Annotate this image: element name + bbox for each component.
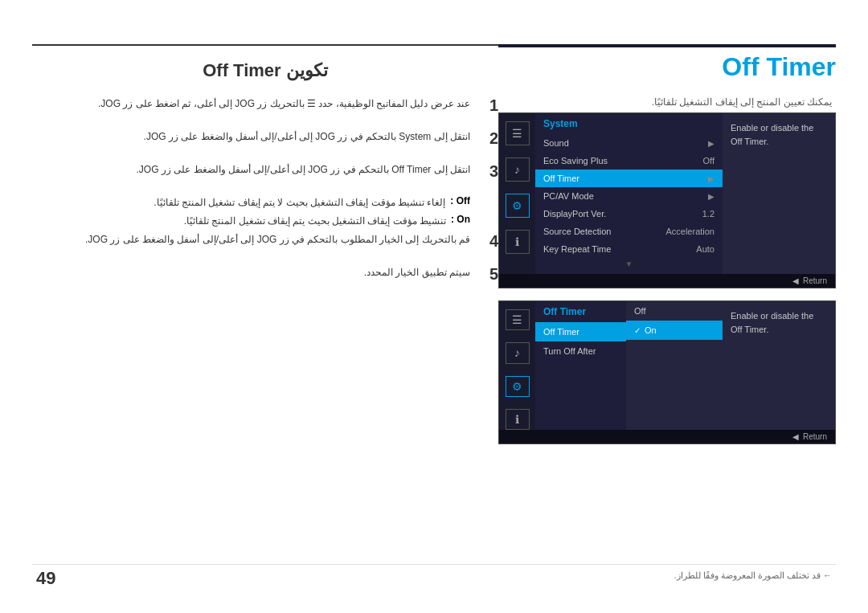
step-2-number: 2	[478, 129, 498, 148]
option-off-label: Off	[634, 306, 645, 316]
sidebar-icon-info: ℹ	[506, 230, 530, 254]
screen-1-return-arrow: ◀	[792, 276, 799, 285]
left-panel-title: تكوين Off Timer	[32, 60, 498, 81]
step-1-text: عند عرض دليل المفاتيح الوظيفية، حدد ☰ با…	[98, 96, 470, 111]
right-panel-subtitle: يمكنك تعيين المنتج إلى إيقاف التشغيل تلق…	[652, 96, 832, 108]
screen-2-icon-sound: ♪	[506, 342, 530, 363]
menu-item-keyrepeat-value: Auto	[696, 244, 714, 254]
screen-1-content: System Sound ▶ Eco Saving Plus Off Off T…	[535, 113, 723, 274]
screen-2-options: Off ✓ On	[626, 301, 723, 430]
sub-step-off: Off : إلغاء تنشيط مؤقت إيقاف التشغيل بحي…	[32, 195, 470, 210]
option-on-label: On	[645, 325, 657, 335]
off-timer-title: Off Timer	[498, 52, 836, 82]
sub-step-off-bullet: Off :	[450, 195, 470, 206]
menu-item-offtimer[interactable]: Off Timer ▶	[535, 170, 723, 187]
sub-step-on-text: تنشيط مؤقت إيقاف التشغيل بحيث يتم إيقاف …	[184, 214, 446, 228]
step-3-number: 3	[478, 162, 498, 181]
screen-2-return-bar: ◀ Return	[499, 430, 835, 443]
top-border-right	[498, 44, 836, 47]
sub-step-on: On : تنشيط مؤقت إيقاف التشغيل بحيث يتم إ…	[32, 214, 470, 228]
menu-item-eco[interactable]: Eco Saving Plus Off	[535, 152, 723, 170]
screen-2: ☰ ♪ ⚙ ℹ Off Timer Off Timer Turn Off Aft…	[498, 300, 836, 444]
menu-item-pcav-arrow: ▶	[708, 192, 714, 201]
screen-2-header: Off Timer	[535, 301, 626, 322]
screen-2-icon-settings: ⚙	[506, 376, 530, 397]
step-2: 2 انتقل إلى System بالتحكم في زر JOG إلى…	[32, 129, 498, 148]
menu-item-sound-arrow: ▶	[708, 139, 714, 148]
screen-2-submenu: Off Timer Off Timer Turn Off After	[535, 301, 626, 430]
menu-item-offtimer-label: Off Timer	[543, 174, 579, 183]
step-3: 3 انتقل إلى Off Timer بالتحكم في زر JOG …	[32, 162, 498, 181]
screen-2-icon-info: ℹ	[506, 409, 530, 430]
submenu-item-offtimer-label: Off Timer	[543, 327, 579, 337]
step-5: 5 سيتم تطبيق الخيار المحدد.	[32, 265, 498, 284]
step-1-number: 1	[478, 96, 498, 115]
submenu-item-offtimer[interactable]: Off Timer	[535, 322, 626, 341]
sidebar-icon-sound: ♪	[506, 157, 530, 182]
screen-2-right-panel: Enable or disable the Off Timer.	[723, 301, 835, 430]
step-1: 1 عند عرض دليل المفاتيح الوظيفية، حدد ☰ …	[32, 96, 498, 115]
screen-1-description: Enable or disable the Off Timer.	[731, 123, 813, 146]
sidebar-icon-menu: ☰	[506, 121, 530, 145]
screen-1-sidebar: ☰ ♪ ⚙ ℹ	[499, 113, 535, 274]
checkmark-icon: ✓	[634, 326, 641, 335]
screen-2-description: Enable or disable the Off Timer.	[731, 311, 813, 334]
menu-item-eco-label: Eco Saving Plus	[543, 156, 608, 166]
menu-item-sound-label: Sound	[543, 138, 569, 148]
screen-2-icon-menu: ☰	[506, 309, 530, 330]
step-4-text: قم بالتحريك إلى الخيار المطلوب بالتحكم ف…	[85, 232, 470, 247]
menu-item-source-label: Source Detection	[543, 227, 611, 236]
page-number: 49	[36, 568, 55, 589]
left-title-text: تكوين Off Timer	[32, 60, 498, 81]
menu-item-displayport[interactable]: DisplayPort Ver. 1.2	[535, 205, 723, 223]
menu-item-displayport-label: DisplayPort Ver.	[543, 209, 606, 219]
option-on[interactable]: ✓ On	[626, 321, 723, 340]
sub-step-on-bullet: On :	[451, 214, 470, 225]
step-4: 4 قم بالتحريك إلى الخيار المطلوب بالتحكم…	[32, 232, 498, 251]
screen-1-return-bar: ◀ Return	[499, 274, 835, 288]
menu-item-pcav[interactable]: PC/AV Mode ▶	[535, 187, 723, 205]
menu-item-offtimer-arrow: ▶	[708, 174, 714, 183]
menu-item-source[interactable]: Source Detection Acceleration	[535, 223, 723, 240]
menu-item-keyrepeat[interactable]: Key Repeat Time Auto	[535, 240, 723, 258]
step-5-text: سيتم تطبيق الخيار المحدد.	[364, 265, 470, 280]
submenu-item-turnoff-label: Turn Off After	[543, 346, 596, 356]
screen-1-right-panel: Enable or disable the Off Timer.	[723, 113, 835, 274]
screen-2-return-arrow: ◀	[792, 432, 799, 441]
screen-1: ☰ ♪ ⚙ ℹ System Sound ▶ Eco Saving Plus O…	[498, 112, 836, 288]
menu-item-pcav-label: PC/AV Mode	[543, 191, 594, 201]
steps-container: 1 عند عرض دليل المفاتيح الوظيفية، حدد ☰ …	[32, 96, 498, 298]
menu-item-keyrepeat-label: Key Repeat Time	[543, 244, 611, 254]
step-5-number: 5	[478, 265, 498, 284]
step-3-text: انتقل إلى Off Timer بالتحكم في زر JOG إل…	[137, 162, 471, 177]
monitor-screens: ☰ ♪ ⚙ ℹ System Sound ▶ Eco Saving Plus O…	[498, 112, 836, 456]
screen-2-sidebar: ☰ ♪ ⚙ ℹ	[499, 301, 535, 430]
menu-item-eco-value: Off	[703, 156, 714, 166]
right-panel-title: Off Timer	[498, 52, 836, 82]
screen-2-return-label: Return	[803, 432, 827, 441]
step-2-text: انتقل إلى System بالتحكم في زر JOG إلى أ…	[144, 129, 470, 144]
step-4-number: 4	[478, 232, 498, 251]
sidebar-icon-settings: ⚙	[506, 194, 530, 218]
menu-item-displayport-value: 1.2	[702, 209, 714, 219]
screen-1-return-label: Return	[803, 276, 827, 285]
sub-steps: Off : إلغاء تنشيط مؤقت إيقاف التشغيل بحي…	[32, 195, 470, 228]
footer-note: قد تختلف الصورة المعروضة وفقًا للطراز.	[674, 570, 832, 581]
submenu-item-turnoff[interactable]: Turn Off After	[535, 341, 626, 361]
menu-item-sound[interactable]: Sound ▶	[535, 134, 723, 152]
option-off[interactable]: Off	[626, 301, 723, 321]
menu-item-source-value: Acceleration	[665, 227, 714, 236]
sub-step-off-text: إلغاء تنشيط مؤقت إيقاف التشغيل بحيث لا ي…	[154, 195, 445, 210]
footer-divider	[32, 564, 836, 565]
screen-1-header: System	[535, 113, 723, 134]
